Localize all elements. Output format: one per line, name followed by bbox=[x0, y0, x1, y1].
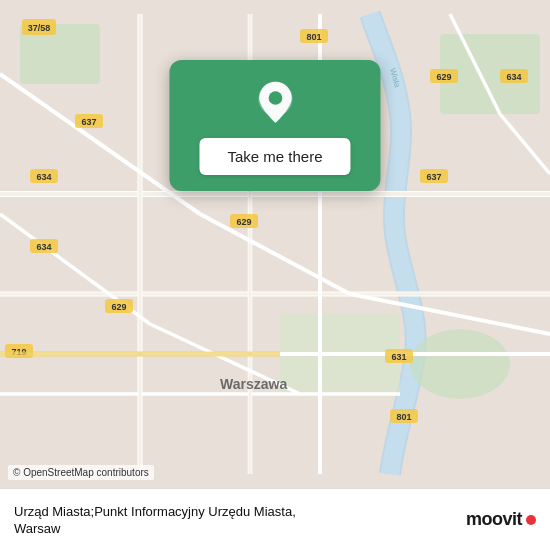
svg-text:Warszawa: Warszawa bbox=[220, 376, 287, 392]
attribution-text: © OpenStreetMap contributors bbox=[13, 467, 149, 478]
location-pin-icon bbox=[251, 80, 299, 128]
map-area: 37/58 801 801 629 634 634 637 637 629 62… bbox=[0, 0, 550, 488]
location-info: Urząd Miasta;Punkt Informacyjny Urzędu M… bbox=[14, 503, 454, 536]
svg-text:37/58: 37/58 bbox=[28, 23, 51, 33]
take-me-there-button[interactable]: Take me there bbox=[199, 138, 350, 175]
svg-text:637: 637 bbox=[426, 172, 441, 182]
svg-text:631: 631 bbox=[391, 352, 406, 362]
svg-text:637: 637 bbox=[81, 117, 96, 127]
svg-text:801: 801 bbox=[306, 32, 321, 42]
location-city: Warsaw bbox=[14, 521, 454, 536]
svg-text:634: 634 bbox=[36, 242, 51, 252]
moovit-logo: moovit bbox=[466, 509, 536, 530]
app-container: 37/58 801 801 629 634 634 637 637 629 62… bbox=[0, 0, 550, 550]
osm-attribution: © OpenStreetMap contributors bbox=[8, 465, 154, 480]
moovit-dot-icon bbox=[526, 515, 536, 525]
svg-text:634: 634 bbox=[506, 72, 521, 82]
svg-text:629: 629 bbox=[236, 217, 251, 227]
svg-point-55 bbox=[268, 91, 282, 105]
svg-text:801: 801 bbox=[396, 412, 411, 422]
location-name: Urząd Miasta;Punkt Informacyjny Urzędu M… bbox=[14, 503, 454, 521]
moovit-text: moovit bbox=[466, 509, 522, 530]
svg-text:629: 629 bbox=[436, 72, 451, 82]
popup-card: Take me there bbox=[169, 60, 380, 191]
svg-text:629: 629 bbox=[111, 302, 126, 312]
svg-text:634: 634 bbox=[36, 172, 51, 182]
info-bar: Urząd Miasta;Punkt Informacyjny Urzędu M… bbox=[0, 488, 550, 550]
svg-point-4 bbox=[410, 329, 510, 399]
